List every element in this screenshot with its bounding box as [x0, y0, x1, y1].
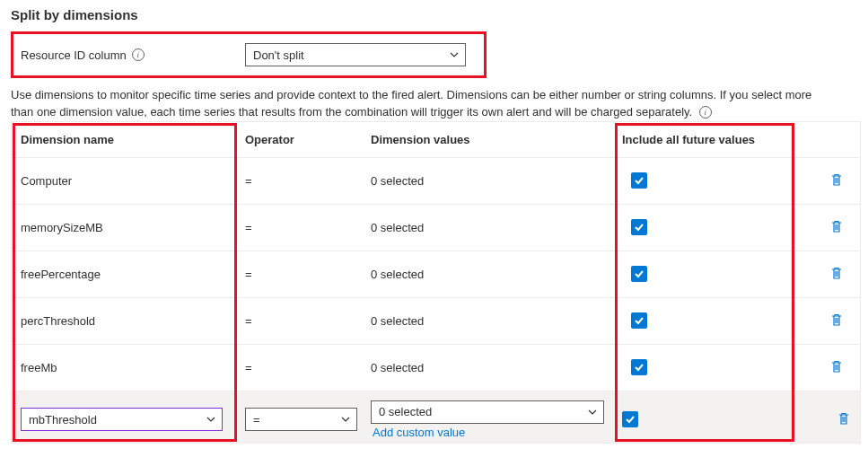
resource-id-label-wrap: Resource ID column i: [21, 48, 227, 62]
resource-id-select[interactable]: Don't split: [245, 43, 466, 66]
dimension-name: freePercentage: [12, 253, 236, 295]
delete-icon[interactable]: [829, 312, 844, 327]
table-row: freeMb = 0 selected: [12, 345, 860, 391]
dimension-operator: =: [236, 300, 362, 342]
dimension-values-select[interactable]: 0 selected: [371, 400, 604, 424]
dimension-name-select-value: mbThreshold: [29, 413, 97, 427]
dimension-name: freeMb: [12, 347, 236, 389]
dimension-values: 0 selected: [362, 300, 613, 342]
dimension-operator: =: [236, 253, 362, 295]
dimension-name-select[interactable]: mbThreshold: [21, 408, 223, 431]
dimension-values: 0 selected: [362, 160, 613, 202]
include-checkbox[interactable]: [631, 359, 647, 375]
add-custom-value-link[interactable]: Add custom value: [371, 426, 604, 439]
table-row-edit: mbThreshold = 0 selected Add custom: [12, 391, 860, 443]
resource-id-label: Resource ID column: [21, 48, 127, 62]
chevron-down-icon: [587, 407, 598, 418]
delete-icon[interactable]: [837, 411, 851, 426]
table-row: percThreshold = 0 selected: [12, 298, 860, 345]
dimension-values: 0 selected: [362, 207, 613, 249]
include-checkbox[interactable]: [631, 266, 647, 282]
table-header: Dimension name Operator Dimension values…: [12, 122, 860, 158]
dimensions-table: Dimension name Operator Dimension values…: [11, 121, 861, 444]
dimension-operator: =: [236, 207, 362, 249]
dimension-name: percThreshold: [12, 300, 236, 342]
chevron-down-icon: [449, 49, 460, 60]
delete-icon[interactable]: [829, 266, 844, 280]
table-row: freePercentage = 0 selected: [12, 251, 860, 298]
include-checkbox[interactable]: [622, 411, 638, 427]
delete-icon[interactable]: [829, 172, 844, 187]
resource-id-row: Resource ID column i Don't split: [11, 31, 487, 78]
header-name: Dimension name: [12, 122, 236, 157]
include-checkbox[interactable]: [631, 172, 647, 189]
dimension-name: memorySizeMB: [12, 207, 236, 249]
dimension-values-select-value: 0 selected: [379, 405, 432, 418]
delete-icon[interactable]: [829, 219, 844, 233]
resource-id-select-value: Don't split: [253, 48, 304, 62]
info-icon[interactable]: i: [699, 106, 712, 119]
table-row: memorySizeMB = 0 selected: [12, 205, 860, 251]
header-include: Include all future values: [613, 122, 793, 157]
table-row: Computer = 0 selected: [12, 158, 860, 205]
dimension-operator: =: [236, 160, 362, 202]
section-title: Split by dimensions: [11, 7, 861, 22]
dimension-values: 0 selected: [362, 253, 613, 295]
include-checkbox[interactable]: [631, 312, 647, 329]
dimension-operator-select[interactable]: =: [245, 408, 357, 431]
info-icon[interactable]: i: [132, 48, 145, 61]
dimension-name: Computer: [12, 160, 236, 202]
chevron-down-icon: [340, 414, 351, 425]
dimension-values: 0 selected: [362, 347, 613, 389]
dimension-operator-select-value: =: [253, 413, 260, 427]
header-values: Dimension values: [362, 122, 613, 157]
delete-icon[interactable]: [829, 359, 844, 374]
include-checkbox[interactable]: [631, 219, 647, 235]
dimension-operator: =: [236, 347, 362, 389]
help-text: Use dimensions to monitor specific time …: [11, 87, 861, 121]
header-operator: Operator: [236, 122, 362, 157]
chevron-down-icon: [206, 414, 216, 425]
